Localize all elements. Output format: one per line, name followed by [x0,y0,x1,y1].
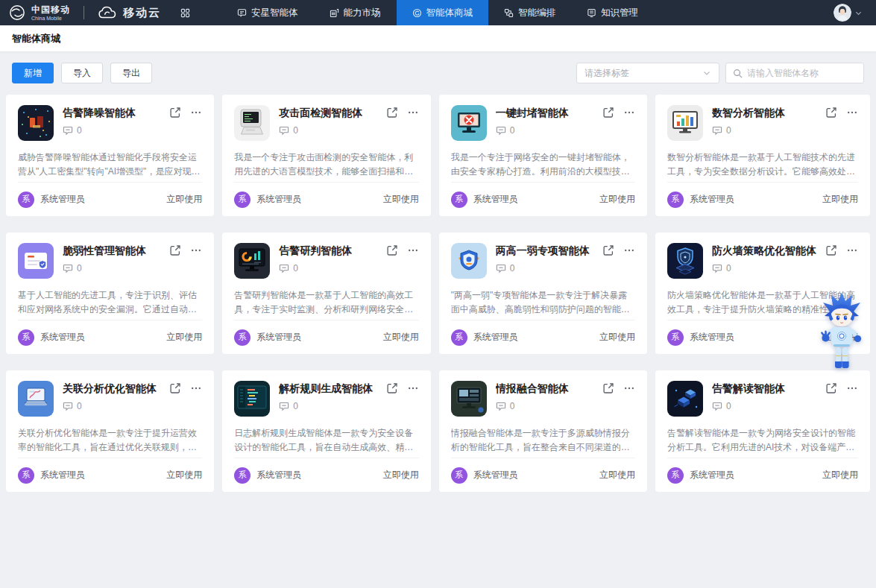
agent-title: 脆弱性管理智能体 [63,243,160,258]
use-now-link[interactable]: 立即使用 [383,331,419,344]
import-button[interactable]: 导入 [61,63,103,83]
glow-shield-thumbnail [667,243,703,279]
comment-count: 0 [293,401,298,411]
tag-select[interactable]: 请选择标签 [576,63,719,83]
search-input[interactable] [747,68,857,78]
more-actions-icon[interactable] [846,244,858,256]
agent-description: 告警研判智能体是一款基于人工智能的高效工具，专注于实时监测、分析和研判网络安全脆… [234,288,418,317]
use-now-link[interactable]: 立即使用 [822,469,858,481]
share-icon[interactable] [386,244,398,256]
agent-card[interactable]: 攻击面检测智能体 0 我是一个专注于攻击面检测的安全智能体，利用先进的大语言模型… [222,95,430,216]
comment-icon [496,263,506,274]
more-actions-icon[interactable] [407,244,419,256]
agent-title: 告警研判智能体 [279,243,376,258]
share-icon[interactable] [602,382,614,394]
share-icon[interactable] [602,107,614,118]
more-actions-icon[interactable] [846,382,858,394]
owner-name: 系统管理员 [40,469,85,481]
more-actions-icon[interactable] [190,107,202,118]
chevron-down-icon [702,69,711,78]
use-now-link[interactable]: 立即使用 [166,469,202,481]
agent-card[interactable]: 告警降噪智能体 0 威胁告警降噪智能体通过智能化手段将安全运营从"人工密集型"转… [6,95,214,216]
agent-description: 关联分析优化智能体是一款专注于提升运营效率的智能化工具，旨在通过优化关联规则，挖… [18,426,202,455]
more-actions-icon[interactable] [846,107,858,118]
apps-grid-icon[interactable] [180,0,190,25]
share-icon[interactable] [602,244,614,256]
share-icon[interactable] [169,244,181,256]
more-actions-icon[interactable] [190,382,202,394]
top-navbar: 中国移动 China Mobile 移动云 安星智能体 能力市场 智能体商城 智… [0,0,876,25]
agent-title: 解析规则生成智能体 [279,381,376,396]
user-avatar[interactable] [834,4,851,22]
bar-monitor-thumbnail [667,105,703,141]
comment-icon [279,401,289,411]
comment-icon [712,401,722,411]
agent-store-icon [412,8,422,18]
owner-name: 系统管理员 [256,331,301,344]
agent-card[interactable]: 脆弱性管理智能体 0 基于人工智能的先进工具，专注于识别、评估和应对网络系统中的… [6,233,214,354]
agent-title: 两高一弱专项智能体 [496,243,593,258]
owner-avatar: 系 [451,192,467,208]
brand-area: 中国移动 China Mobile 移动云 [9,0,161,25]
agent-card[interactable]: 数智分析智能体 0 数智分析智能体是一款基于人工智能技术的先进工具，专为安全数据… [655,95,870,216]
user-menu[interactable] [834,0,876,25]
more-actions-icon[interactable] [623,107,635,118]
more-actions-icon[interactable] [190,244,202,256]
agent-description: 情报融合智能体是一款专注于多源威胁情报分析的智能化工具，旨在整合来自不同渠道的情… [451,426,635,455]
agent-card[interactable]: 关联分析优化智能体 0 关联分析优化智能体是一款专注于提升运营效率的智能化工具，… [6,370,214,492]
more-actions-icon[interactable] [407,107,419,118]
agent-title: 防火墙策略优化智能体 [712,243,816,258]
agent-card[interactable]: 一键封堵智能体 0 我是一个专注于网络安全的一键封堵智能体，由安全专家精心打造。… [439,95,647,216]
operator-name-en: China Mobile [31,16,70,21]
nav-item-agent-store[interactable]: 智能体商城 [397,0,489,25]
use-now-link[interactable]: 立即使用 [822,331,858,344]
nav-item-knowledge[interactable]: 知识管理 [571,0,654,25]
use-now-link[interactable]: 立即使用 [599,193,635,206]
capability-market-icon [330,8,339,18]
more-actions-icon[interactable] [623,244,635,256]
nav-item-anxing-agent[interactable]: 安星智能体 [221,0,314,25]
share-icon[interactable] [825,244,837,256]
share-icon[interactable] [386,382,398,394]
agent-card[interactable]: 防火墙策略优化智能体 0 防火墙策略优化智能体是一款基于人工智能的高效工具，专注… [655,233,870,354]
main-nav: 安星智能体 能力市场 智能体商城 智能编排 知识管理 [221,0,654,25]
product-name: 移动云 [123,6,161,20]
agent-title: 一键封堵智能体 [496,105,593,120]
share-icon[interactable] [825,107,837,118]
use-now-link[interactable]: 立即使用 [822,193,858,206]
comment-icon [279,263,289,274]
agent-description: 我是一个专注于网络安全的一键封堵智能体，由安全专家精心打造。利用前沿的大模型技术… [451,151,635,180]
agent-description: 威胁告警降噪智能体通过智能化手段将安全运营从"人工密集型"转向"AI增强型"，是… [18,151,202,180]
comment-count: 0 [726,263,731,274]
owner-avatar: 系 [451,467,467,484]
use-now-link[interactable]: 立即使用 [166,331,202,344]
comment-icon [63,401,73,411]
comment-icon [63,125,73,136]
agent-card[interactable]: 两高一弱专项智能体 0 "两高一弱"专项智能体是一款专注于解决暴露面中高威胁、高… [439,233,647,354]
add-button[interactable]: 新增 [12,63,54,83]
owner-name: 系统管理员 [690,469,734,481]
toolbar: 新增 导入 导出 请选择标签 [0,63,876,83]
use-now-link[interactable]: 立即使用 [383,193,419,206]
share-icon[interactable] [169,107,181,118]
share-icon[interactable] [169,382,181,394]
use-now-link[interactable]: 立即使用 [166,193,202,206]
comment-count: 0 [510,263,515,274]
use-now-link[interactable]: 立即使用 [599,469,635,481]
agent-card[interactable]: 告警解读智能体 0 告警解读智能体是一款专为网络安全设计的智能分析工具。它利用先… [655,370,870,492]
share-icon[interactable] [386,107,398,118]
agent-search[interactable] [725,63,864,83]
use-now-link[interactable]: 立即使用 [599,331,635,344]
more-actions-icon[interactable] [623,382,635,394]
agent-card[interactable]: 解析规则生成智能体 0 日志解析规则生成智能体是一款专为安全设备设计的智能化工具… [222,370,430,492]
owner-avatar: 系 [667,467,684,484]
nav-item-capability-market[interactable]: 能力市场 [314,0,397,25]
agent-card[interactable]: 情报融合智能体 0 情报融合智能体是一款专注于多源威胁情报分析的智能化工具，旨在… [439,370,647,492]
agent-card[interactable]: 告警研判智能体 0 告警研判智能体是一款基于人工智能的高效工具，专注于实时监测、… [222,233,430,354]
export-button[interactable]: 导出 [110,63,152,83]
share-icon[interactable] [825,382,837,394]
use-now-link[interactable]: 立即使用 [383,469,419,481]
more-actions-icon[interactable] [407,382,419,394]
nav-item-orchestration[interactable]: 智能编排 [488,0,571,25]
comment-icon [279,125,289,136]
